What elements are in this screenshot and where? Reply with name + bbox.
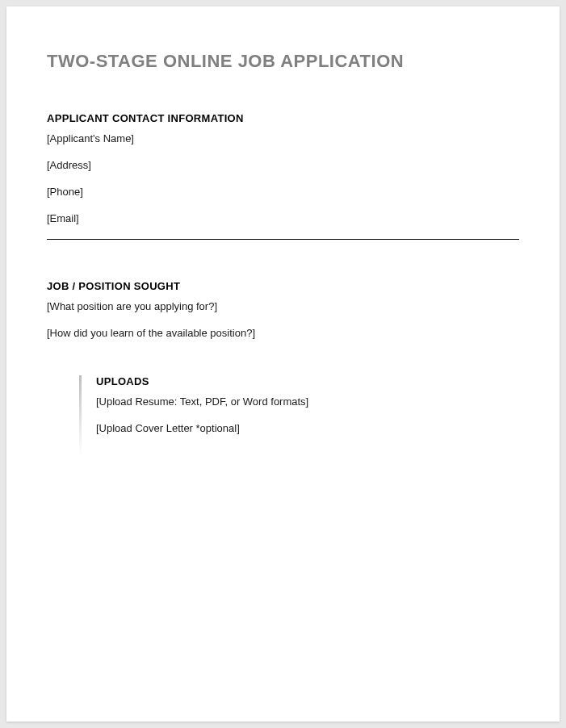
field-position: [What position are you applying for?] <box>47 300 519 312</box>
section-uploads: UPLOADS [Upload Resume: Text, PDF, or Wo… <box>79 375 519 455</box>
field-source: [How did you learn of the available posi… <box>47 327 519 339</box>
section-contact: APPLICANT CONTACT INFORMATION [Applicant… <box>47 112 519 224</box>
section-job: JOB / POSITION SOUGHT [What position are… <box>47 280 519 339</box>
document-page: TWO-STAGE ONLINE JOB APPLICATION APPLICA… <box>6 6 560 722</box>
field-applicant-name: [Applicant's Name] <box>47 132 519 144</box>
uploads-content: UPLOADS [Upload Resume: Text, PDF, or Wo… <box>96 375 308 455</box>
page-title: TWO-STAGE ONLINE JOB APPLICATION <box>47 51 519 72</box>
field-address: [Address] <box>47 159 519 171</box>
section-heading-job: JOB / POSITION SOUGHT <box>47 280 519 292</box>
uploads-accent-bar <box>79 375 82 455</box>
field-email: [Email] <box>47 212 519 224</box>
section-heading-uploads: UPLOADS <box>96 375 308 387</box>
section-heading-contact: APPLICANT CONTACT INFORMATION <box>47 112 519 124</box>
section-divider <box>47 239 519 240</box>
field-phone: [Phone] <box>47 186 519 198</box>
field-upload-resume: [Upload Resume: Text, PDF, or Word forma… <box>96 395 308 408</box>
field-upload-cover-letter: [Upload Cover Letter *optional] <box>96 422 308 434</box>
